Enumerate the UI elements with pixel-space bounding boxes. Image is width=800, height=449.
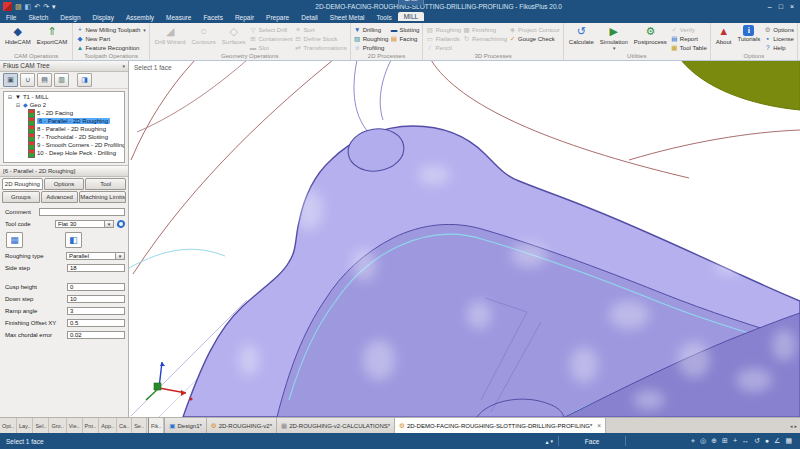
view-tool-icon[interactable]: ∠ (774, 433, 780, 449)
drilling-button[interactable]: ▼ Drilling (354, 26, 389, 34)
contours-button[interactable]: ○ Contours (189, 24, 217, 52)
save-icon[interactable]: ◧ (25, 2, 32, 11)
doc-tab-demo-active[interactable]: ⚙ 2D-DEMO-FACING-ROUGHING-SLOTTING-DRILL… (395, 418, 606, 433)
view-tool-icon[interactable]: ↔ (742, 433, 749, 449)
pencil-button[interactable]: ∕ Pencil (426, 44, 461, 52)
tool-library-icon[interactable] (116, 219, 126, 229)
slot-button[interactable]: ▬ Slot (250, 44, 293, 52)
open-file-icon[interactable]: ▨ (15, 2, 22, 11)
project-contour-button[interactable]: ◈ Project Contour (509, 26, 560, 34)
view-tool-icon[interactable]: ◎ (700, 433, 706, 449)
context-tab-cam[interactable]: CAM (398, 0, 424, 5)
tree-node-mill[interactable]: ⊟ ▼ T1 - MILL (4, 93, 124, 101)
panel-tab[interactable]: Vie.. (67, 418, 83, 433)
expand-icon[interactable]: ⊟ (7, 94, 13, 100)
panel-tab-fikus[interactable]: Fik.. (148, 418, 164, 433)
simulation-button[interactable]: ▶ Simulation ▾ (598, 24, 630, 52)
roughing-3d-button[interactable]: ▧ Roughing (426, 26, 461, 34)
chordal-error-input[interactable]: 0.02 (67, 331, 125, 339)
maximize-button[interactable]: □ (779, 3, 783, 10)
snap-button[interactable]: ∪ (20, 73, 35, 87)
sort-button[interactable]: ≡ Sort (295, 26, 347, 34)
define-stock-button[interactable]: ⊟ Define Stock (295, 35, 347, 43)
display-mode-button[interactable]: ▣ (3, 73, 18, 87)
redo-icon[interactable]: ↷ (43, 2, 49, 11)
tree-node-operation[interactable]: 5 - 2D Facing (4, 109, 124, 117)
tool-table-button[interactable]: ▦ Tool Table (671, 44, 707, 52)
calculate-button[interactable]: ↺ Calculate (567, 24, 596, 52)
tab-tool[interactable]: Tool (85, 178, 126, 190)
surfaces-button[interactable]: ◇ Surfaces (220, 24, 248, 52)
tab-scroll-right-icon[interactable]: ▸ (794, 423, 797, 429)
feature-recognition-button[interactable]: ▲ Feature Recognition (76, 44, 145, 52)
filter-a-button[interactable]: ▤ (37, 73, 52, 87)
transformations-button[interactable]: ⇄ Transformations (295, 44, 347, 52)
tool-code-dropdown-icon[interactable]: ▾ (105, 220, 114, 228)
tab-mill[interactable]: MILL (398, 12, 424, 21)
roughing-type-dropdown-icon[interactable]: ▾ (116, 252, 125, 260)
tab-repair[interactable]: Repair (229, 13, 260, 23)
tab-assembly[interactable]: Assembly (120, 13, 160, 23)
tab-facets[interactable]: Facets (197, 13, 229, 23)
tab-display[interactable]: Display (87, 13, 120, 23)
panel-tab[interactable]: Gro.. (49, 418, 66, 433)
panel-tab[interactable]: App.. (99, 418, 117, 433)
view-tool-icon[interactable]: ⌖ (691, 433, 695, 449)
viewport[interactable]: Select 1 face (129, 60, 800, 417)
exportcam-button[interactable]: ⇑ ExportCAM (35, 24, 70, 52)
new-part-button[interactable]: ◆ New Part (76, 35, 145, 43)
tab-sketch[interactable]: Sketch (22, 13, 54, 23)
close-tab-icon[interactable]: × (597, 422, 601, 429)
viewport-canvas[interactable] (129, 60, 800, 417)
containment-button[interactable]: ⊞ Containment (250, 35, 293, 43)
ramp-angle-input[interactable]: 3 (67, 307, 125, 315)
panel-tab[interactable]: Ca.. (117, 418, 132, 433)
tab-advanced[interactable]: Advanced (41, 191, 79, 203)
finishing-button[interactable]: ▩ Finishing (463, 26, 507, 34)
panel-menu-icon[interactable]: ▾ (122, 63, 125, 69)
gouge-check-button[interactable]: ✓ Gouge Check (509, 35, 560, 43)
license-button[interactable]: ▪ License (764, 35, 794, 43)
view-tool-icon[interactable]: ▦ (785, 433, 792, 449)
tab-design[interactable]: Design (54, 13, 86, 23)
tab-measure[interactable]: Measure (160, 13, 197, 23)
selection-filter-widget[interactable]: ▴ ▾ (546, 438, 554, 445)
tree-node-operation-selected[interactable]: 6 - Parallel - 2D Roughing (4, 117, 124, 125)
slotting-button[interactable]: ▬ Slotting (390, 26, 419, 34)
view-tool-icon[interactable]: ⊞ (722, 433, 728, 449)
expand-icon[interactable]: ⊟ (15, 102, 21, 108)
status-face-label[interactable]: Face (564, 438, 620, 445)
facing-button[interactable]: ▤ Facing (390, 35, 419, 43)
tab-2d-roughing[interactable]: 2D Roughing (2, 178, 43, 190)
postprocess-button[interactable]: ⚙ Postprocess (632, 24, 669, 52)
panel-tab[interactable]: Pro.. (83, 418, 100, 433)
tab-machining-limits[interactable]: Machining Limits (79, 191, 126, 203)
tab-prepare[interactable]: Prepare (260, 13, 295, 23)
tree-node-operation[interactable]: 9 - Smooth Corners - 2D Profiling (4, 141, 124, 149)
flatlands-button[interactable]: ▭ Flatlands (426, 35, 461, 43)
down-step-input[interactable]: 10 (67, 295, 125, 303)
hidecam-button[interactable]: ◆ HideCAM (3, 24, 33, 52)
doc-tab-roughing[interactable]: ⚙ 2D-ROUGHING-v2* (207, 418, 277, 433)
panel-tab[interactable]: Se.. (132, 418, 147, 433)
undo-icon[interactable]: ↶ (34, 2, 40, 11)
tree-node-geo[interactable]: ⊟ ◆ Geo 2 (4, 101, 124, 109)
roughing-2d-button[interactable]: ▨ Roughing (354, 35, 389, 43)
tab-scroll-left-icon[interactable]: ◂ (790, 423, 793, 429)
tree-node-operation[interactable]: 7 - Trochoidal - 2D Slotting (4, 133, 124, 141)
tab-groups[interactable]: Groups (2, 191, 40, 203)
view-tool-icon[interactable]: ↺ (754, 433, 760, 449)
tree-node-operation[interactable]: 8 - Parallel - 2D Roughing (4, 125, 124, 133)
about-button[interactable]: ▲ About (714, 24, 734, 52)
tool-settings-button[interactable]: ◧ (65, 232, 82, 248)
doc-tab-calculations[interactable]: ▦ 2D-ROUGHING-v2-CALCULATIONS* (277, 418, 395, 433)
cusp-height-input[interactable]: 0 (67, 283, 125, 291)
tab-file[interactable]: File (0, 13, 22, 23)
comment-input[interactable] (39, 208, 125, 216)
view-tool-icon[interactable]: + (733, 433, 737, 449)
roughing-type-select[interactable]: Parallel (66, 252, 116, 260)
help-button[interactable]: ? Help (764, 44, 794, 52)
doc-tab-design[interactable]: ▣ Design1* (165, 418, 207, 433)
panel-tab[interactable]: Sel.. (33, 418, 49, 433)
minimize-button[interactable]: – (768, 3, 772, 10)
